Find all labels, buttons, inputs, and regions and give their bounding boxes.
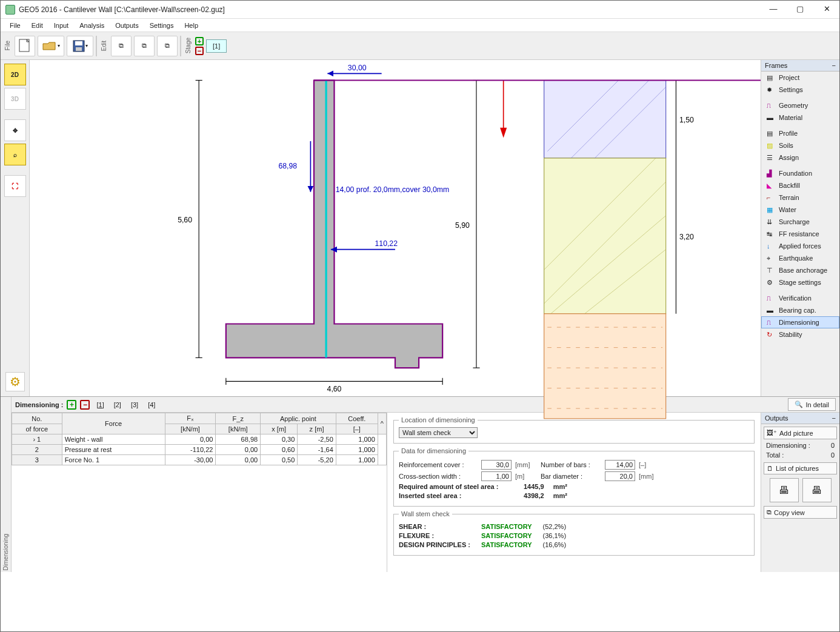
fit-button[interactable]: ⛶: [4, 175, 26, 197]
svg-text:3,20: 3,20: [679, 233, 694, 241]
group-edit-label: Edit: [99, 39, 108, 52]
table-row[interactable]: 2Pressure at rest-110,220,000,60-1,641,0…: [12, 445, 387, 455]
menu-edit[interactable]: Edit: [26, 20, 48, 31]
svg-text:110,22: 110,22: [375, 239, 398, 248]
stage-tab-1[interactable]: [1]: [206, 39, 227, 53]
menu-settings[interactable]: Settings: [144, 20, 179, 31]
remove-stage-button[interactable]: −: [195, 47, 204, 55]
cover-input[interactable]: [481, 460, 512, 470]
frame-backfill[interactable]: ◣Backfill: [761, 179, 839, 191]
outputs-title: Outputs: [765, 414, 788, 422]
frame-stage-settings[interactable]: ⚙Stage settings: [761, 276, 839, 288]
paste-button[interactable]: ⧉: [134, 36, 155, 56]
svg-rect-3: [76, 47, 82, 51]
table-row[interactable]: › 1Weight - wall0,0068,980,30-2,501,000: [12, 434, 387, 445]
copy-view-button[interactable]: ⧉ Copy view: [764, 506, 837, 519]
frame-dimensioning[interactable]: ⎍Dimensioning: [761, 316, 839, 328]
svg-rect-2: [75, 41, 82, 45]
view-2d-button[interactable]: 2D: [4, 64, 26, 85]
group-file-label: File: [3, 39, 12, 52]
svg-text:30,00: 30,00: [348, 64, 367, 72]
svg-text:5,90: 5,90: [455, 221, 470, 230]
frame-verification[interactable]: ⎍Verification: [761, 292, 839, 304]
frames-title: Frames: [765, 62, 787, 69]
frame-settings[interactable]: ✹Settings: [761, 84, 839, 96]
data-legend: Data for dimensioning: [399, 447, 468, 454]
svg-text:14,00 prof. 20,0mm,cover 30,0m: 14,00 prof. 20,0mm,cover 30,0mm: [336, 185, 449, 194]
width-input[interactable]: [481, 471, 512, 481]
svg-text:4,60: 4,60: [327, 385, 342, 393]
print-color-button[interactable]: 🖶: [802, 478, 832, 502]
frames-collapse-icon[interactable]: −: [832, 62, 836, 69]
frame-foundation[interactable]: ▟Foundation: [761, 167, 839, 179]
menu-analysis[interactable]: Analysis: [74, 20, 110, 31]
frame-bearing-cap[interactable]: ▬Bearing cap.: [761, 304, 839, 316]
bars-input[interactable]: [605, 460, 635, 470]
view-3d-button[interactable]: 3D: [4, 88, 26, 110]
frame-stability[interactable]: ↻Stability: [761, 328, 839, 341]
svg-text:68,98: 68,98: [278, 162, 297, 170]
settings-gear-button[interactable]: ⚙: [5, 372, 25, 391]
diameter-input[interactable]: [605, 471, 635, 481]
ws-legend: Wall stem check: [399, 510, 452, 517]
frame-applied-forces[interactable]: ↓Applied forces: [761, 240, 839, 252]
app-icon: [5, 5, 15, 15]
svg-rect-25: [544, 81, 666, 158]
menubar: File Edit Input Analysis Outputs Setting…: [1, 19, 839, 32]
pan-button[interactable]: ✥: [4, 119, 26, 141]
menu-outputs[interactable]: Outputs: [110, 20, 144, 31]
frame-terrain[interactable]: ⌐Terrain: [761, 191, 839, 204]
menu-help[interactable]: Help: [179, 20, 204, 31]
menu-input[interactable]: Input: [48, 20, 74, 31]
minimize-button[interactable]: —: [765, 4, 781, 16]
window-title: GEO5 2016 - Cantilever Wall [C:\Cantilev…: [19, 5, 765, 14]
drawing-canvas[interactable]: 5,60 4,60 30,00 68,98 14,00 prof. 20,0mm…: [30, 60, 761, 396]
save-button[interactable]: ▾: [67, 36, 93, 56]
frame-soils[interactable]: ▨Soils: [761, 139, 839, 151]
forces-table: No. Force FₓF_z Applic. pointCoeff. ^ of…: [12, 413, 387, 572]
frame-material[interactable]: ▬Material: [761, 111, 839, 124]
maximize-button[interactable]: ▢: [792, 4, 808, 16]
svg-rect-27: [544, 314, 666, 419]
frame-ff-resistance[interactable]: ↹FF resistance: [761, 228, 839, 240]
new-button[interactable]: [15, 36, 35, 56]
frame-earthquake[interactable]: ⌖Earthquake: [761, 252, 839, 264]
svg-text:1,50: 1,50: [679, 116, 694, 124]
frame-base-anchorage[interactable]: ⊤Base anchorage: [761, 264, 839, 276]
open-button[interactable]: ▾: [38, 36, 64, 56]
frame-assign[interactable]: ☰Assign: [761, 151, 839, 164]
frame-water[interactable]: ▦Water: [761, 204, 839, 216]
paste2-button[interactable]: ⧉: [157, 36, 178, 56]
frame-profile[interactable]: ▤Profile: [761, 127, 839, 139]
menu-file[interactable]: File: [4, 20, 26, 31]
frames-panel: Frames− ▤Project ✹Settings ⎍Geometry ▬Ma…: [761, 60, 839, 396]
toolbar: File ▾ ▾ Edit ⧉ ⧉ ⧉ Stage + − [1]: [1, 32, 839, 60]
in-detail-button[interactable]: 🔍 In detail: [788, 398, 836, 411]
outputs-collapse-icon[interactable]: −: [832, 414, 836, 422]
svg-rect-26: [544, 158, 666, 314]
add-picture-button[interactable]: 🖼⁺ Add picture: [764, 427, 837, 439]
frame-project[interactable]: ▤Project: [761, 72, 839, 84]
add-stage-button[interactable]: +: [195, 37, 204, 45]
table-row[interactable]: 3Force No. 1-30,000,000,50-5,201,000: [12, 455, 387, 465]
bottom-tab-label: Dimensioning: [1, 533, 10, 572]
group-stage-label: Stage: [184, 36, 193, 55]
frame-geometry[interactable]: ⎍Geometry: [761, 99, 839, 111]
frame-surcharge[interactable]: ⇊Surcharge: [761, 216, 839, 228]
copy-button[interactable]: ⧉: [111, 36, 132, 56]
close-button[interactable]: ✕: [819, 4, 835, 16]
list-pictures-button[interactable]: 🗒 List of pictures: [764, 462, 837, 474]
zoom-button[interactable]: ⌕: [4, 144, 26, 165]
dimensioning-panel: Location of dimensioning Wall stem check…: [387, 413, 761, 572]
outputs-panel: Outputs− 🖼⁺ Add picture Dimensioning :0 …: [761, 413, 839, 572]
print-button[interactable]: 🖶: [770, 478, 799, 502]
svg-text:5,60: 5,60: [178, 216, 192, 224]
view-toolbar: 2D 3D ✥ ⌕ ⛶ ⚙: [1, 60, 30, 396]
